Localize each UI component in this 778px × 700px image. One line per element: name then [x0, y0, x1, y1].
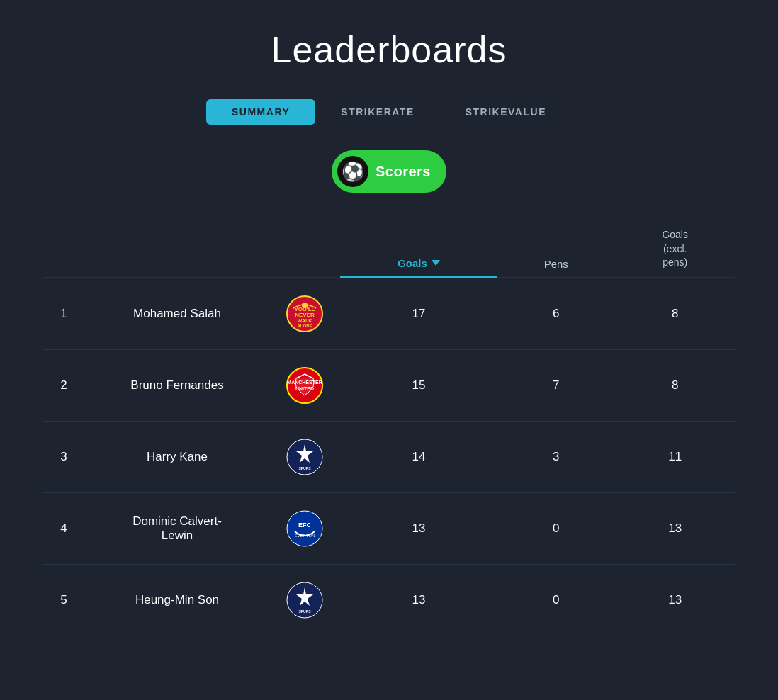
scorers-button-label: Scorers [376, 164, 431, 180]
club-badge: SPURS [283, 582, 326, 619]
cell-pens: 3 [497, 421, 614, 492]
th-goals-excl: Goals (excl. pens) [614, 221, 735, 278]
cell-club: SPURS [269, 564, 340, 636]
cell-name: Harry Kane [85, 421, 269, 492]
svg-text:EVERTON: EVERTON [295, 534, 315, 538]
cell-goals-excl-pens: 13 [614, 492, 735, 564]
cell-goals: 17 [340, 278, 497, 350]
table-row[interactable]: 4 Dominic Calvert-Lewin EFC EVERTON 13 0… [43, 492, 735, 564]
tab-summary[interactable]: SUMMARY [206, 99, 315, 125]
th-goals[interactable]: Goals [340, 221, 497, 278]
cell-name: Dominic Calvert-Lewin [85, 492, 269, 564]
cell-rank: 1 [43, 278, 85, 350]
cell-pens: 7 [497, 349, 614, 421]
svg-text:SPURS: SPURS [298, 609, 311, 614]
cell-goals-excl-pens: 8 [614, 349, 735, 421]
club-badge: EFC EVERTON [283, 510, 326, 547]
cell-club: YOU'LL NEVER WALK ALONE [269, 278, 340, 350]
svg-text:NEVER: NEVER [295, 312, 315, 318]
cell-goals: 13 [340, 564, 497, 636]
cell-goals: 13 [340, 492, 497, 564]
table-row[interactable]: 3 Harry Kane SPURS 14 3 11 [43, 421, 735, 492]
scorers-button-wrapper: ⚽ Scorers [43, 150, 735, 193]
table-row[interactable]: 5 Heung-Min Son SPURS 13 0 13 [43, 564, 735, 636]
scorers-button[interactable]: ⚽ Scorers [332, 150, 446, 193]
club-badge: SPURS [283, 439, 326, 475]
soccer-ball-icon: ⚽ [337, 156, 368, 187]
cell-club: EFC EVERTON [269, 492, 340, 564]
tabs-container: SUMMARY STRIKERATE STRIKEVALUE [43, 99, 735, 125]
svg-text:EFC: EFC [298, 521, 312, 529]
club-badge: YOU'LL NEVER WALK ALONE [283, 295, 326, 332]
leaderboard-table: Goals Pens Goals (excl. pens) 1 Mohamed … [43, 221, 735, 636]
cell-rank: 4 [43, 492, 85, 564]
cell-rank: 3 [43, 421, 85, 492]
svg-text:WALK: WALK [298, 318, 312, 323]
cell-goals: 15 [340, 349, 497, 421]
th-pens: Pens [497, 221, 614, 278]
cell-goals-excl-pens: 13 [614, 564, 735, 636]
cell-name: Heung-Min Son [85, 564, 269, 636]
table-row[interactable]: 2 Bruno Fernandes MANCHESTER UNITED 15 7… [43, 349, 735, 421]
cell-name: Mohamed Salah [85, 278, 269, 350]
cell-club: MANCHESTER UNITED [269, 349, 340, 421]
cell-club: SPURS [269, 421, 340, 492]
goals-label: Goals [398, 257, 427, 269]
club-badge: MANCHESTER UNITED [283, 367, 326, 404]
cell-goals-excl-pens: 8 [614, 278, 735, 350]
page-title: Leaderboards [43, 28, 735, 71]
cell-pens: 0 [497, 564, 614, 636]
table-row[interactable]: 1 Mohamed Salah YOU'LL NEVER WALK ALONE … [43, 278, 735, 350]
cell-rank: 2 [43, 349, 85, 421]
svg-point-11 [287, 511, 322, 546]
tab-strikerate[interactable]: STRIKERATE [315, 99, 439, 125]
cell-pens: 6 [497, 278, 614, 350]
tab-strikevalue[interactable]: STRIKEVALUE [440, 99, 572, 125]
table-header-row: Goals Pens Goals (excl. pens) [43, 221, 735, 278]
th-name [85, 221, 269, 278]
svg-point-5 [302, 303, 308, 308]
cell-goals-excl-pens: 11 [614, 421, 735, 492]
th-club [269, 221, 340, 278]
sort-arrow-icon [432, 260, 440, 266]
svg-text:ALONE: ALONE [298, 324, 312, 328]
cell-pens: 0 [497, 492, 614, 564]
cell-goals: 14 [340, 421, 497, 492]
cell-name: Bruno Fernandes [85, 349, 269, 421]
th-rank [43, 221, 85, 278]
svg-text:SPURS: SPURS [298, 466, 311, 470]
cell-rank: 5 [43, 564, 85, 636]
